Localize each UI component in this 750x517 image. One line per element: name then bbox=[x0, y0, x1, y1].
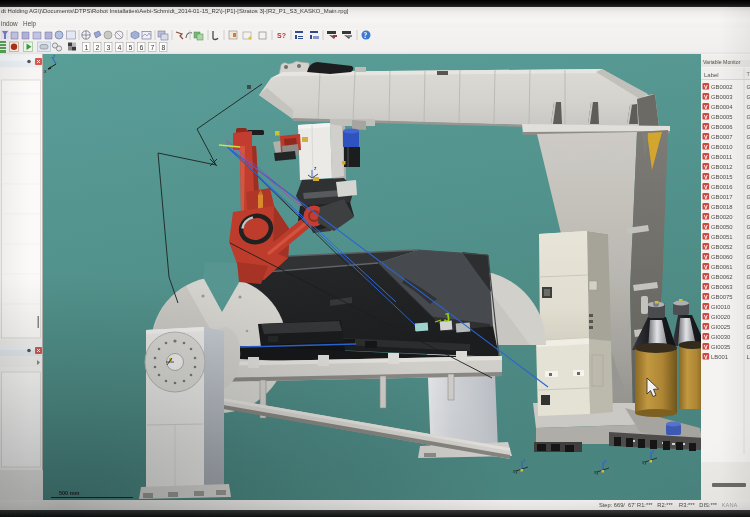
svg-text:G: G bbox=[747, 94, 750, 100]
svg-text:V: V bbox=[704, 144, 708, 150]
svg-text:GB0020: GB0020 bbox=[711, 214, 733, 220]
svg-text:V: V bbox=[704, 324, 708, 330]
svg-text:GI0035: GI0035 bbox=[711, 344, 731, 350]
svg-text:V: V bbox=[704, 294, 708, 300]
svg-text:G: G bbox=[747, 344, 750, 350]
svg-text:L: L bbox=[747, 354, 750, 360]
svg-text:3: 3 bbox=[106, 44, 110, 51]
svg-text:GB0015: GB0015 bbox=[711, 174, 733, 180]
svg-text:GB0052: GB0052 bbox=[711, 244, 733, 250]
svg-text:8: 8 bbox=[161, 44, 165, 51]
svg-text:2: 2 bbox=[95, 44, 99, 51]
svg-text:V: V bbox=[704, 244, 708, 250]
svg-text:G: G bbox=[747, 324, 750, 330]
svg-text:V: V bbox=[704, 304, 708, 310]
svg-text:G: G bbox=[747, 234, 750, 240]
svg-text:V: V bbox=[704, 224, 708, 230]
svg-text:G: G bbox=[747, 114, 750, 120]
svg-text:7: 7 bbox=[150, 44, 154, 51]
svg-text:V: V bbox=[704, 154, 708, 160]
svg-text:GB0016: GB0016 bbox=[711, 184, 733, 190]
svg-text:GB0050: GB0050 bbox=[711, 224, 733, 230]
svg-text:G: G bbox=[747, 84, 750, 90]
svg-text:GI0010: GI0010 bbox=[711, 304, 731, 310]
svg-text:V: V bbox=[704, 284, 708, 290]
svg-text:V: V bbox=[704, 344, 708, 350]
svg-text:6: 6 bbox=[139, 44, 143, 51]
svg-text:Variable Monitor: Variable Monitor bbox=[703, 59, 741, 65]
svg-text:V: V bbox=[704, 214, 708, 220]
svg-text:G: G bbox=[747, 164, 750, 170]
svg-text:GB0075: GB0075 bbox=[711, 294, 733, 300]
svg-text:V: V bbox=[704, 164, 708, 170]
svg-text:GB0005: GB0005 bbox=[711, 114, 733, 120]
svg-text:G: G bbox=[747, 214, 750, 220]
svg-text:V: V bbox=[704, 234, 708, 240]
svg-text:GB0007: GB0007 bbox=[711, 134, 733, 140]
svg-text:G: G bbox=[747, 154, 750, 160]
svg-text:G: G bbox=[747, 304, 750, 310]
svg-text:Label: Label bbox=[704, 72, 719, 78]
svg-text:G: G bbox=[747, 124, 750, 130]
svg-text:?: ? bbox=[364, 31, 368, 40]
svg-text:T: T bbox=[747, 71, 750, 77]
svg-text:G: G bbox=[747, 274, 750, 280]
svg-text:G: G bbox=[747, 254, 750, 260]
svg-text:G: G bbox=[747, 224, 750, 230]
svg-text:V: V bbox=[704, 314, 708, 320]
svg-text:GB0017: GB0017 bbox=[711, 194, 733, 200]
svg-text:G: G bbox=[747, 174, 750, 180]
svg-text:GB0010: GB0010 bbox=[711, 144, 733, 150]
svg-text:GB0002: GB0002 bbox=[711, 84, 733, 90]
svg-text:GB0012: GB0012 bbox=[711, 164, 733, 170]
svg-text:GB0061: GB0061 bbox=[711, 264, 733, 270]
svg-text:V: V bbox=[704, 114, 708, 120]
svg-text:LB001: LB001 bbox=[711, 354, 728, 360]
svg-text:V: V bbox=[704, 124, 708, 130]
svg-text:V: V bbox=[704, 194, 708, 200]
svg-text:V: V bbox=[704, 274, 708, 280]
svg-text:GI0025: GI0025 bbox=[711, 324, 731, 330]
svg-text:G: G bbox=[747, 194, 750, 200]
svg-text:5: 5 bbox=[128, 44, 132, 51]
svg-text:V: V bbox=[704, 104, 708, 110]
svg-text:4: 4 bbox=[117, 44, 121, 51]
svg-text:V: V bbox=[704, 174, 708, 180]
svg-text:G: G bbox=[747, 144, 750, 150]
svg-text:V: V bbox=[704, 184, 708, 190]
svg-text:GB0063: GB0063 bbox=[711, 284, 733, 290]
svg-text:1: 1 bbox=[84, 44, 88, 51]
svg-text:GB0060: GB0060 bbox=[711, 254, 733, 260]
svg-text:V: V bbox=[704, 134, 708, 140]
svg-text:V: V bbox=[704, 94, 708, 100]
svg-text:GI0030: GI0030 bbox=[711, 334, 731, 340]
svg-text:GI0020: GI0020 bbox=[711, 314, 731, 320]
svg-text:G: G bbox=[747, 294, 750, 300]
svg-text:G: G bbox=[747, 134, 750, 140]
svg-text:V: V bbox=[704, 84, 708, 90]
svg-text:G: G bbox=[747, 244, 750, 250]
svg-text:GB0003: GB0003 bbox=[711, 94, 733, 100]
svg-text:GB0062: GB0062 bbox=[711, 274, 733, 280]
svg-text:G: G bbox=[747, 204, 750, 210]
svg-text:GB0051: GB0051 bbox=[711, 234, 733, 240]
svg-text:GB0004: GB0004 bbox=[711, 104, 733, 110]
svg-text:S?: S? bbox=[277, 32, 286, 39]
svg-text:GB0018: GB0018 bbox=[711, 204, 733, 210]
svg-text:V: V bbox=[704, 264, 708, 270]
svg-text:G: G bbox=[747, 314, 750, 320]
svg-text:V: V bbox=[704, 354, 708, 360]
svg-text:GB0011: GB0011 bbox=[711, 154, 732, 160]
svg-text:GB0006: GB0006 bbox=[711, 124, 733, 130]
svg-text:V: V bbox=[704, 204, 708, 210]
svg-text:V: V bbox=[704, 254, 708, 260]
svg-text:G: G bbox=[747, 334, 750, 340]
svg-text:G: G bbox=[747, 284, 750, 290]
svg-text:G: G bbox=[747, 104, 750, 110]
svg-text:G: G bbox=[747, 184, 750, 190]
svg-text:G: G bbox=[747, 264, 750, 270]
svg-text:V: V bbox=[704, 334, 708, 340]
